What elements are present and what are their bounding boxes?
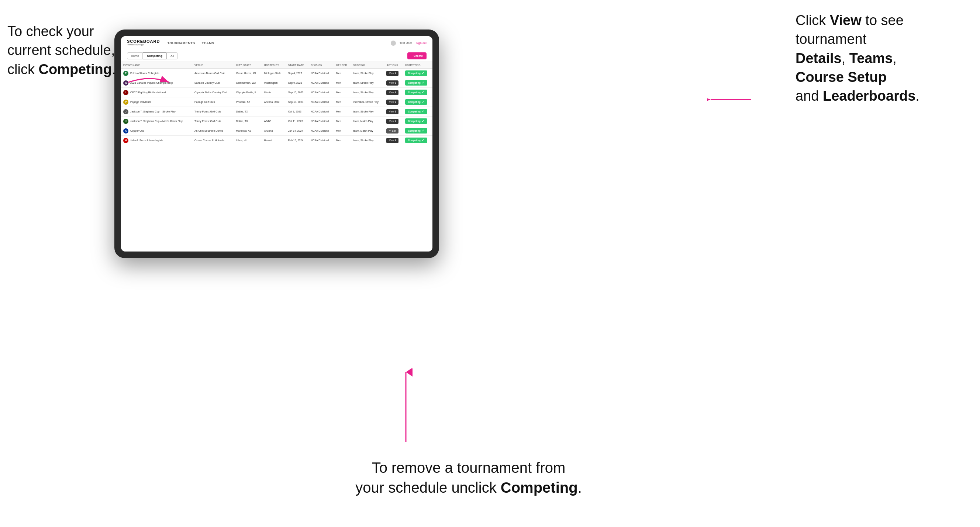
gender-cell: Men [334,107,351,116]
nav-tournaments[interactable]: TOURNAMENTS [167,41,195,45]
col-event-name: EVENT NAME [121,62,192,68]
nav-teams[interactable]: TEAMS [202,41,215,45]
team-logo: H [123,138,129,143]
competing-button[interactable]: Competing ✓ [405,70,427,76]
tab-all[interactable]: All [166,52,178,59]
hosted-by-cell [262,107,286,116]
hosted-by-cell: Illinois [262,88,286,97]
action-cell: View ℹ [384,97,402,107]
competing-button[interactable]: Competing ✓ [405,109,427,114]
col-division: DIVISION [309,62,334,68]
start-date-cell: Sep 4, 2023 [286,68,309,78]
event-name: Copper Cup [130,129,144,132]
event-name: Jackson T. Stephens Cup – Stroke Play [130,110,176,113]
start-date-cell: Sep 9, 2023 [286,78,309,88]
competing-button[interactable]: Competing ✓ [405,99,427,105]
table-row: J Jackson T. Stephens Cup – Men's Match … [121,116,433,126]
col-start-date: START DATE [286,62,309,68]
create-button[interactable]: + Create [407,52,426,59]
arrow-to-competing [129,73,173,92]
action-cell: View ℹ [384,78,402,88]
view-button[interactable]: View ℹ [386,80,398,86]
venue-cell: Sahalee Country Club [192,78,234,88]
scoring-cell: team, Stroke Play [351,68,384,78]
gender-cell: Men [334,126,351,136]
team-logo: J [123,109,129,114]
city-state-cell: Phoenix, AZ [234,97,262,107]
division-cell: NCAA Division I [309,78,334,88]
start-date-cell: Feb 15, 2024 [286,136,309,145]
competing-button[interactable]: Competing ✓ [405,118,427,124]
action-cell: ✏ Edit [384,126,402,136]
gender-cell: Men [334,88,351,97]
col-venue: VENUE [192,62,234,68]
table-row: A Copper Cup Ak-Chin Southern Dunes Mari… [121,126,433,136]
action-cell: View ℹ [384,88,402,97]
competing-button[interactable]: Competing ✓ [405,138,427,143]
view-button[interactable]: View ℹ [386,109,398,114]
venue-cell: Ocean Course At Hokuala [192,136,234,145]
competing-button[interactable]: Competing ✓ [405,90,427,95]
table-row: P Papago Individual Papago Golf Club Pho… [121,97,433,107]
city-state-cell: Dallas, TX [234,116,262,126]
division-cell: NCAA Division I [309,116,334,126]
col-scoring: SCORING [351,62,384,68]
event-name: Jackson T. Stephens Cup – Men's Match Pl… [130,120,183,122]
competing-cell: Competing ✓ [403,107,433,116]
view-button[interactable]: View ℹ [386,71,398,76]
tab-competing[interactable]: Competing [143,52,166,59]
action-cell: View ℹ [384,136,402,145]
scoring-cell: team, Stroke Play [351,78,384,88]
table-row: H John A. Burns Intercollegiate Ocean Co… [121,136,433,145]
city-state-cell: Dallas, TX [234,107,262,116]
annotation-top-right: Click View to see tournament Details, Te… [795,11,973,105]
event-name: OFCC Fighting Illini Invitational [130,91,165,94]
signout-link[interactable]: Sign out [416,41,426,44]
event-name-cell: A Copper Cup [121,126,192,136]
venue-cell: Trinity Forest Golf Club [192,107,234,116]
action-cell: View ℹ [384,116,402,126]
user-label: Test User [399,41,412,44]
city-state-cell: Lihue, HI [234,136,262,145]
gender-cell: Men [334,116,351,126]
competing-button[interactable]: Competing ✓ [405,80,427,86]
division-cell: NCAA Division I [309,107,334,116]
action-cell: View ℹ [384,107,402,116]
competing-button[interactable]: Competing ✓ [405,128,427,133]
navbar: SCOREBOARD Powered by clippi TOURNAMENTS… [121,36,433,50]
gender-cell: Men [334,97,351,107]
scoring-cell: team, Stroke Play [351,136,384,145]
view-button[interactable]: View ℹ [386,100,398,105]
brand-title: SCOREBOARD [127,40,160,43]
tab-home[interactable]: Home [127,52,143,59]
competing-cell: Competing ✓ [403,88,433,97]
view-button[interactable]: View ℹ [386,119,398,124]
competing-cell: Competing ✓ [403,68,433,78]
event-name-cell: P Papago Individual [121,97,192,107]
view-button[interactable]: View ℹ [386,138,398,143]
hosted-by-cell: Arizona State [262,97,286,107]
division-cell: NCAA Division I [309,126,334,136]
scoring-cell: team, Match Play [351,116,384,126]
scoring-cell: individual, Stroke Play [351,97,384,107]
view-button[interactable]: View ℹ [386,90,398,95]
hosted-by-cell: ABAC [262,116,286,126]
team-logo: I [123,90,129,95]
filter-tabs: Home Competing All [127,52,178,59]
hosted-by-cell: Michigan State [262,68,286,78]
col-city-state: CITY, STATE [234,62,262,68]
tablet-screen: SCOREBOARD Powered by clippi TOURNAMENTS… [121,36,433,251]
division-cell: NCAA Division I [309,97,334,107]
annotation-bottom: To remove a tournament from your schedul… [302,458,635,497]
venue-cell: Ak-Chin Southern Dunes [192,126,234,136]
arrow-to-competing-column [707,89,751,111]
city-state-cell: Maricopa, AZ [234,126,262,136]
team-logo: P [123,100,129,105]
tablet-frame: SCOREBOARD Powered by clippi TOURNAMENTS… [115,30,439,258]
team-logo: W [123,80,129,86]
team-logo: J [123,119,129,124]
filter-bar: Home Competing All + Create [121,50,433,62]
venue-cell: Trinity Forest Golf Club [192,116,234,126]
edit-button[interactable]: ✏ Edit [386,129,398,133]
brand: SCOREBOARD Powered by clippi [127,40,160,46]
